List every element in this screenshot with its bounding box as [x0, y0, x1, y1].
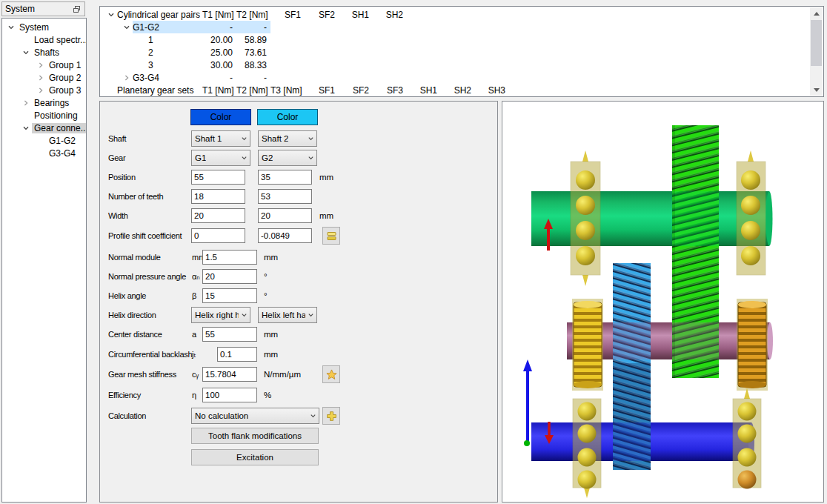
gear-table-row-1[interactable]: 120.0058.89	[101, 33, 809, 46]
tree-spacer	[105, 85, 117, 96]
normal-pressure-angle-input[interactable]	[202, 269, 257, 284]
sidebar-item-group-1[interactable]: Group 1	[2, 59, 86, 71]
sidebar-item-system[interactable]: System	[2, 21, 86, 33]
chevron-right-icon[interactable]	[121, 73, 133, 83]
sidebar-item-g3-g4[interactable]: G3-G4	[2, 147, 86, 159]
gear-row-label: Cylindrical gear pairs	[117, 10, 202, 20]
efficiency-input[interactable]	[202, 388, 257, 402]
float-panel-icon[interactable]	[71, 4, 82, 14]
gear-connection-form: ColorColorShaftShaft 1Shaft 2GearG1G2Pos…	[99, 101, 498, 503]
chevron-down-icon[interactable]	[5, 22, 17, 33]
bearing-shaft1-right[interactable]	[737, 150, 765, 275]
tree-item-label: Bearings	[32, 98, 71, 108]
shaft-select-1[interactable]: Shaft 1	[191, 130, 250, 147]
equal-bars-button[interactable]	[322, 227, 340, 245]
row-content: 120.0058.89	[148, 33, 270, 46]
gear-mesh-stiffness-input[interactable]	[202, 367, 257, 382]
chevron-down-icon[interactable]	[20, 47, 32, 58]
symbol-label: cᵧ	[192, 365, 199, 384]
tree-item-label: Group 3	[47, 85, 83, 96]
unit-label: °	[264, 286, 268, 305]
chevron-down-icon	[308, 312, 314, 319]
helix-direction-select-2[interactable]: Helix left handed	[258, 307, 317, 323]
sidebar-item-positioning[interactable]: Positioning	[2, 109, 86, 122]
normal-module-input[interactable]	[202, 250, 257, 265]
chevron-down-icon[interactable]	[121, 22, 133, 33]
gear-table-row-cylindrical-gear-pairs[interactable]: Cylindrical gear pairsT1 [Nm]T2 [Nm]SF1S…	[101, 8, 809, 21]
sidebar-titlebar: System	[1, 1, 85, 16]
star-button[interactable]	[322, 365, 340, 383]
chevron-down-icon	[308, 136, 314, 142]
sidebar-item-bearings[interactable]: Bearings	[2, 96, 86, 109]
excitation-button[interactable]: Excitation	[191, 449, 319, 465]
chevron-right-icon[interactable]	[35, 73, 47, 83]
gear-select-1[interactable]: G1	[191, 150, 250, 166]
gold-gear-right[interactable]	[737, 299, 768, 391]
sidebar-item-g1-g2[interactable]: G1-G2	[2, 134, 86, 147]
gear-row-cell: SF1	[270, 10, 305, 20]
gold-gear-left[interactable]	[572, 299, 603, 391]
sidebar-item-group-3[interactable]: Group 3	[2, 84, 86, 96]
position-input-1[interactable]	[191, 170, 245, 185]
gear-row-cell: -	[236, 73, 270, 83]
bearing-shaft3-left[interactable]	[573, 399, 601, 498]
bearing-shaft3-right[interactable]	[733, 388, 761, 489]
3d-viewport-canvas[interactable]	[502, 102, 823, 502]
calculation-select[interactable]: No calculation	[191, 408, 319, 424]
gear-table-row-planetary-gear-sets[interactable]: Planetary gear setsT1 [Nm]T2 [Nm]T3 [Nm]…	[101, 84, 809, 96]
chevron-down-icon	[241, 136, 248, 142]
form-row-normal-module: Normal modulemnmm	[100, 248, 497, 267]
gear-table-row-3[interactable]: 330.0088.33	[101, 59, 809, 71]
chevron-right-icon[interactable]	[35, 60, 47, 70]
gear-row-cell: 30.00	[202, 60, 236, 70]
gear-table-row-g3-g4[interactable]: G3-G4--	[101, 71, 809, 84]
gear-select-2[interactable]: G2	[258, 150, 317, 166]
helix-direction-select-1[interactable]: Helix right handed	[191, 307, 250, 323]
tree-item-label: Positioning	[32, 110, 80, 121]
chevron-right-icon[interactable]	[20, 98, 32, 108]
gear-table-row-g1-g2[interactable]: G1-G2--	[101, 21, 809, 33]
gear-row-cell: SH2	[373, 10, 407, 20]
chevron-right-icon[interactable]	[35, 85, 47, 96]
number-of-teeth-input-2[interactable]	[258, 189, 312, 204]
color-button-1[interactable]: Color	[190, 109, 251, 125]
helical-gear-green[interactable]	[672, 125, 719, 378]
vertical-scrollbar[interactable]	[810, 7, 823, 96]
tree-spacer	[20, 110, 32, 121]
sidebar-item-group-2[interactable]: Group 2	[2, 71, 86, 84]
unit-label: mm	[319, 168, 333, 187]
3d-viewport[interactable]	[502, 101, 824, 503]
chevron-down-icon[interactable]	[20, 123, 32, 133]
sidebar-item-gear-conne[interactable]: Gear conne...	[2, 122, 86, 134]
position-input-2[interactable]	[258, 170, 312, 185]
color-button-2[interactable]: Color	[257, 109, 318, 125]
center-distance-input[interactable]	[202, 327, 257, 342]
form-row-gear-mesh-stiffness: Gear mesh stiffnesscᵧN/mm/µm	[100, 365, 497, 384]
profile-shift-coefficient-input-1[interactable]	[191, 228, 245, 243]
arrow-up-icon[interactable]	[810, 7, 823, 19]
helical-gear-blue[interactable]	[613, 263, 651, 470]
gear-row-cell: 25.00	[202, 47, 236, 58]
scrollbar-thumb[interactable]	[811, 20, 822, 66]
gear-select-1-value: G1	[195, 153, 206, 162]
number-of-teeth-input-1[interactable]	[191, 189, 245, 204]
width-input-1[interactable]	[191, 208, 245, 223]
sidebar-item-load-spectr[interactable]: Load spectr...	[2, 33, 86, 46]
gear-table-row-2[interactable]: 225.0073.61	[101, 46, 809, 59]
sidebar-item-shafts[interactable]: Shafts	[2, 46, 86, 59]
helix-angle-input[interactable]	[202, 288, 257, 303]
shaft-select-2[interactable]: Shaft 2	[258, 130, 317, 147]
arrow-down-icon[interactable]	[810, 84, 823, 96]
circumferential-backlash-input[interactable]	[217, 347, 257, 362]
row-indent	[101, 33, 136, 46]
plus-button[interactable]	[322, 407, 340, 425]
bearing-shaft1-left[interactable]	[571, 150, 600, 286]
chevron-down-icon[interactable]	[105, 10, 117, 20]
gear-pairs-table: Cylindrical gear pairsT1 [Nm]T2 [Nm]SF1S…	[99, 6, 824, 97]
width-input-2[interactable]	[258, 208, 312, 223]
center-distance-label: Center distance	[108, 325, 162, 344]
profile-shift-coefficient-input-2[interactable]	[258, 228, 312, 243]
tooth-flank-modifications-button[interactable]: Tooth flank modifications	[191, 428, 319, 444]
gear-row-cell: -	[236, 22, 270, 33]
gear-row-label: 1	[148, 35, 202, 45]
